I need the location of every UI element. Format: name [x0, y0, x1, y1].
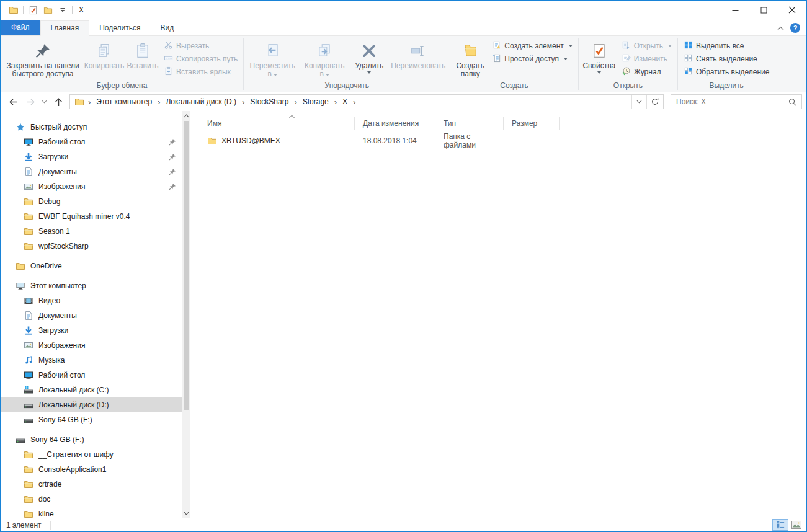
collapse-ribbon-chevron-icon[interactable]	[777, 24, 784, 32]
select-none-button[interactable]: Снять выделение	[680, 52, 774, 65]
qat-properties-button[interactable]	[27, 4, 38, 16]
breadcrumb-item[interactable]: X	[337, 97, 352, 106]
button-label: Вставить ярлык	[176, 68, 231, 76]
tree-item[interactable]: Быстрый доступ	[1, 120, 182, 135]
new-folder-button[interactable]: Создать папку	[452, 38, 488, 81]
search-icon[interactable]	[785, 97, 801, 107]
tree-item[interactable]: Локальный диск (D:)	[1, 397, 182, 412]
tab-view[interactable]: Вид	[150, 21, 184, 35]
address-bar[interactable]: › Этот компьютер›Локальный диск (D:)›Sto…	[69, 94, 664, 109]
downloads-icon	[24, 152, 33, 162]
select-all-button[interactable]: Выделить все	[680, 39, 774, 52]
breadcrumb-item[interactable]: Локальный диск (D:)	[161, 97, 241, 106]
copy-path-button[interactable]: Скопировать путь	[160, 52, 241, 65]
tree-item[interactable]: Загрузки	[1, 149, 182, 164]
breadcrumb-item[interactable]: Storage	[298, 97, 334, 106]
new-item-button[interactable]: Создать элемент	[488, 39, 576, 52]
details-view-button[interactable]	[772, 519, 788, 531]
open-button[interactable]: Открыть	[618, 39, 675, 52]
column-header-name[interactable]: Имя	[204, 117, 355, 130]
breadcrumb-chevron-icon[interactable]: ›	[352, 97, 356, 107]
tree-item[interactable]: ConsoleApplication1	[1, 462, 182, 477]
tree-item[interactable]: __Стратегия от шифу	[1, 447, 182, 462]
search-input[interactable]	[671, 97, 785, 106]
thumbnails-view-button[interactable]	[788, 519, 805, 531]
tree-item[interactable]: wpfStockSharp	[1, 239, 182, 254]
copy-to-button[interactable]: Копировать в	[299, 38, 350, 81]
column-header-size[interactable]: Размер	[504, 117, 560, 130]
tree-item[interactable]: Изображения	[1, 179, 182, 194]
column-header-type[interactable]: Тип	[435, 117, 504, 130]
edit-button[interactable]: Изменить	[618, 52, 675, 65]
tree-item[interactable]: Debug	[1, 194, 182, 209]
breadcrumb-item[interactable]: Этот компьютер	[91, 97, 157, 106]
group-label: Открыть	[579, 81, 677, 92]
scroll-down-icon[interactable]	[182, 508, 190, 518]
file-row[interactable]: XBTUSD@BMEX18.08.2018 1:04Папка с файлам…	[204, 133, 806, 148]
tree-item[interactable]: Документы	[1, 164, 182, 179]
history-button[interactable]: Журнал	[618, 65, 675, 78]
tree-item[interactable]: Загрузки	[1, 323, 182, 338]
dropdown-caret-icon	[274, 74, 277, 76]
folder-icon	[24, 494, 33, 504]
tree-item[interactable]: Локальный диск (C:)	[1, 383, 182, 397]
breadcrumb-item[interactable]: StockSharp	[245, 97, 293, 106]
recent-locations-chevron-icon[interactable]	[40, 94, 49, 109]
paste-button[interactable]: Вставить	[125, 38, 160, 81]
qat-customize-chevron-icon[interactable]	[57, 4, 68, 16]
maximize-button[interactable]	[749, 1, 778, 19]
button-label: Изменить	[634, 55, 667, 63]
tree-item-label: Season 1	[38, 227, 70, 236]
tree-item[interactable]: kline	[1, 507, 182, 518]
minimize-button[interactable]	[721, 1, 749, 19]
close-button[interactable]	[778, 1, 806, 19]
tree-item[interactable]: OneDrive	[1, 259, 182, 273]
help-icon[interactable]: ?	[790, 23, 800, 33]
view-toggles	[772, 519, 806, 531]
easy-access-button[interactable]: Простой доступ	[488, 52, 576, 65]
tree-item[interactable]: Изображения	[1, 338, 182, 353]
delete-button[interactable]: Удалить	[350, 38, 388, 81]
column-header-date-modified[interactable]: Дата изменения	[355, 117, 435, 130]
tree-item[interactable]: EWBF Equihash miner v0.4	[1, 209, 182, 224]
new-item-icon	[492, 40, 501, 51]
tree-item[interactable]: Sony 64 GB (F:)	[1, 432, 182, 447]
copy-button[interactable]: Копировать	[83, 38, 125, 81]
tree-item[interactable]: crtrade	[1, 477, 182, 492]
divider	[23, 6, 24, 14]
rename-button[interactable]: Переименовать	[388, 38, 448, 81]
tree-item[interactable]: Season 1	[1, 224, 182, 239]
back-button[interactable]	[5, 94, 21, 109]
tree-item[interactable]: Этот компьютер	[1, 278, 182, 293]
properties-button[interactable]: Свойства	[581, 38, 618, 81]
folder-icon	[24, 479, 33, 489]
invert-selection-button[interactable]: Обратить выделение	[680, 65, 774, 78]
qat-new-folder-button[interactable]	[42, 4, 53, 16]
pictures-icon	[24, 340, 33, 350]
pin-to-quick-access-button[interactable]: Закрепить на панели быстрого доступа	[2, 38, 83, 81]
address-history-chevron-icon[interactable]	[631, 95, 646, 109]
tab-home[interactable]: Главная	[40, 20, 90, 36]
up-button[interactable]	[50, 94, 66, 109]
tree-item[interactable]: Sony 64 GB (F:)	[1, 412, 182, 427]
quick-access-icon	[16, 122, 25, 132]
drive-icon	[16, 435, 25, 445]
tree-item[interactable]: Видео	[1, 293, 182, 308]
tree-item[interactable]: Рабочий стол	[1, 135, 182, 149]
refresh-button[interactable]	[646, 95, 663, 109]
search-box[interactable]	[671, 94, 802, 109]
tree-item[interactable]: Документы	[1, 308, 182, 323]
paste-shortcut-button[interactable]: Вставить ярлык	[160, 65, 241, 78]
tree-item[interactable]: Рабочий стол	[1, 368, 182, 383]
tab-share[interactable]: Поделиться	[89, 21, 150, 35]
sidebar-scrollbar[interactable]	[182, 111, 190, 518]
tab-file[interactable]: Файл	[1, 20, 40, 35]
tree-item[interactable]: Музыка	[1, 353, 182, 368]
folder-icon	[24, 450, 33, 459]
cut-button[interactable]: Вырезать	[160, 39, 241, 52]
forward-button[interactable]	[22, 94, 38, 109]
move-to-button[interactable]: Переместить в	[246, 38, 299, 81]
scrollbar-thumb[interactable]	[184, 121, 189, 410]
tree-item[interactable]: doc	[1, 492, 182, 507]
scroll-up-icon[interactable]	[182, 111, 190, 120]
